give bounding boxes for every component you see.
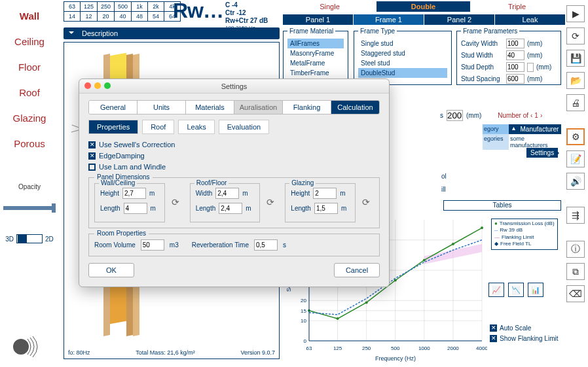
chart-legend: ●Transmission Loss (dB)--Rw 39 dB—Flanki… xyxy=(491,218,558,250)
zoom-icon[interactable] xyxy=(104,82,111,89)
tab-triple[interactable]: Triple xyxy=(470,1,564,12)
chart-type-3-icon[interactable]: 📊 xyxy=(528,283,543,297)
modal-tab[interactable]: Calculation xyxy=(331,101,379,114)
param-input[interactable] xyxy=(506,39,524,48)
pager-page: 1 xyxy=(534,112,538,119)
rw-value: Rw… xyxy=(173,0,223,23)
modal-check[interactable]: ✕ xyxy=(88,141,96,149)
room-volume-input[interactable] xyxy=(141,239,164,251)
modal-subtab[interactable]: Leaks xyxy=(178,120,214,134)
categories-cell[interactable]: egories xyxy=(483,134,509,150)
dim-input[interactable] xyxy=(122,188,146,199)
opacity-slider[interactable] xyxy=(3,206,56,210)
sidebar-item-porous[interactable]: Porous xyxy=(14,138,45,149)
param-input[interactable] xyxy=(506,62,524,72)
pager-next[interactable]: › xyxy=(540,112,542,119)
material-item[interactable]: MetalFrame xyxy=(287,58,344,68)
material-item[interactable]: AllFrames xyxy=(287,39,344,48)
tab-double[interactable]: Double xyxy=(377,1,470,12)
minimize-icon[interactable] xyxy=(94,82,101,89)
save-icon[interactable]: 💾 xyxy=(566,50,585,67)
pager-prev[interactable]: ‹ xyxy=(530,112,532,119)
param-sub-input[interactable] xyxy=(527,63,534,72)
collapse-icon[interactable]: ▴ xyxy=(509,124,518,134)
modal-titlebar[interactable]: Settings xyxy=(79,79,389,94)
svg-text:Frequency (Hz): Frequency (Hz) xyxy=(375,355,416,362)
dim-input[interactable] xyxy=(314,203,338,214)
ok-button[interactable]: OK xyxy=(88,263,134,277)
frame-params-group: Frame Parameters Cavity Width(mm)Stud Wi… xyxy=(456,27,561,85)
modal-subtab[interactable]: Properties xyxy=(88,120,138,134)
sync-icon[interactable]: ⟳ xyxy=(266,197,278,209)
frametype-item[interactable]: Steel stud xyxy=(358,58,447,68)
play-icon[interactable]: ▶ xyxy=(566,5,585,22)
delete-icon[interactable]: ⌫ xyxy=(566,285,585,302)
below-s-input[interactable] xyxy=(447,110,463,121)
sound-icon[interactable]: 🔊 xyxy=(566,173,585,190)
sidebar-item-ceiling[interactable]: Ceiling xyxy=(14,36,45,47)
modal-subtab[interactable]: Evaluation xyxy=(219,120,269,134)
sidebar-item-glazing[interactable]: Glazing xyxy=(13,113,46,124)
sync-icon[interactable]: ⟳ xyxy=(172,197,183,209)
frametype-item[interactable]: DoubleStud xyxy=(358,68,447,78)
modal-check[interactable]: ✕ xyxy=(88,152,96,160)
svg-point-0 xyxy=(13,339,29,355)
sidebar-item-floor[interactable]: Floor xyxy=(18,61,41,73)
tab-leak[interactable]: Leak xyxy=(495,14,565,25)
description-bar[interactable]: Description xyxy=(64,27,280,39)
tables-button[interactable]: Tables xyxy=(443,200,561,211)
svg-text:1000: 1000 xyxy=(418,345,430,351)
cancel-button[interactable]: Cancel xyxy=(334,263,380,277)
flanking-check[interactable]: ✕ xyxy=(490,335,497,342)
tab-frame1[interactable]: Frame 1 xyxy=(354,14,424,25)
modal-tab[interactable]: Units xyxy=(138,101,186,114)
svg-text:4000: 4000 xyxy=(476,345,487,351)
svg-point-31 xyxy=(423,259,426,262)
autoscale-check[interactable]: ✕ xyxy=(490,324,497,332)
modal-subtab[interactable]: Roof xyxy=(142,120,174,134)
dim-input[interactable] xyxy=(313,188,337,199)
copy-icon[interactable]: ⧉ xyxy=(566,263,585,280)
filter-icon[interactable]: ⇶ xyxy=(566,207,585,224)
svg-text:250: 250 xyxy=(362,345,371,351)
tab-panel2[interactable]: Panel 2 xyxy=(424,14,494,25)
sidebar-item-wall[interactable]: Wall xyxy=(20,10,39,22)
frametype-item[interactable]: Single stud xyxy=(358,39,447,48)
open-icon[interactable]: 📂 xyxy=(566,72,585,89)
modal-tab[interactable]: Flanking xyxy=(283,101,331,114)
dim-input[interactable] xyxy=(124,203,147,214)
close-icon[interactable] xyxy=(84,82,91,89)
material-item[interactable]: MasonryFrame xyxy=(287,48,344,58)
rw-details: C -4Ctr -12Rw+Ctr 27 dB100-3150 Hz xyxy=(225,1,268,31)
dim-input[interactable] xyxy=(215,188,239,199)
param-input[interactable] xyxy=(506,50,524,60)
chart-type-1-icon[interactable]: 📈 xyxy=(488,283,504,297)
sync-icon[interactable]: ⟳ xyxy=(362,197,374,209)
material-item[interactable]: TimberFrame xyxy=(287,68,344,78)
settings-icon[interactable]: ⚙ xyxy=(566,128,585,145)
dimension-toggle[interactable] xyxy=(16,234,43,243)
edit-icon[interactable]: 📝 xyxy=(566,150,585,167)
info-icon[interactable]: ⓘ xyxy=(566,241,585,258)
param-input[interactable] xyxy=(506,74,524,84)
reverb-time-input[interactable] xyxy=(254,239,278,251)
modal-tab[interactable]: General xyxy=(89,101,138,114)
dim-input[interactable] xyxy=(219,203,242,214)
svg-text:63: 63 xyxy=(306,345,312,351)
tab-panel1[interactable]: Panel 1 xyxy=(283,14,353,25)
frametype-item[interactable]: Staggered stud xyxy=(358,48,447,58)
chart-type-2-icon[interactable]: 📉 xyxy=(508,283,524,297)
modal-tab[interactable]: Auralisation xyxy=(234,101,283,114)
manufacturer-header[interactable]: Manufacturer xyxy=(518,124,561,134)
text-ol: ol xyxy=(441,173,447,180)
refresh-icon[interactable]: ⟳ xyxy=(566,27,585,44)
app-logo xyxy=(13,336,39,358)
svg-point-29 xyxy=(365,301,368,304)
print-icon[interactable]: 🖨 xyxy=(566,94,585,111)
modal-check[interactable] xyxy=(88,164,96,171)
sidebar-item-roof[interactable]: Roof xyxy=(19,87,40,98)
category-header: egory xyxy=(483,124,509,134)
fo-label: fo: 80Hz xyxy=(68,349,90,356)
modal-tab[interactable]: Materials xyxy=(186,101,234,114)
tab-single[interactable]: Single xyxy=(283,1,377,12)
